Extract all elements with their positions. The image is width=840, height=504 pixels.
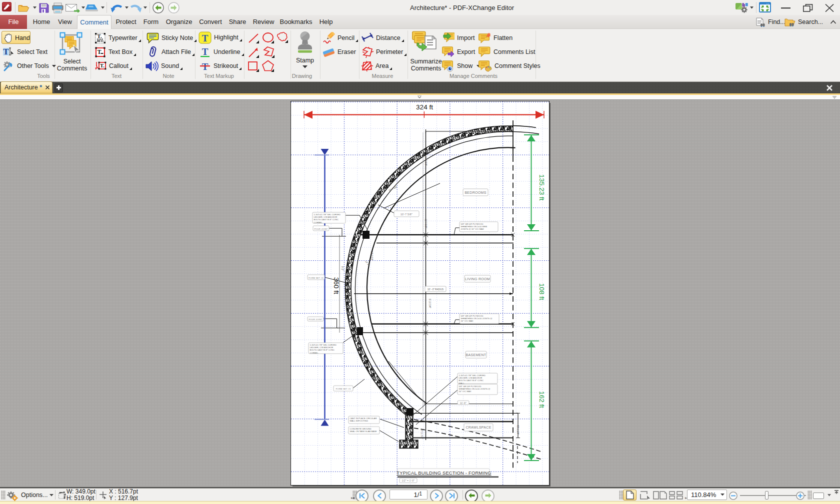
svg-text:SHEATHING ON 2x10 WEB: SHEATHING ON 2x10 WEB xyxy=(461,225,488,228)
svg-text:162 ft: 162 ft xyxy=(538,391,546,408)
svg-text:BOLTS CAST IN 8″ CONC: BOLTS CAST IN 8″ CONC xyxy=(459,379,484,382)
svg-text:BOLTS CAST IN 8″ CONC: BOLTS CAST IN 8″ CONC xyxy=(314,218,339,221)
svg-text:JOISTS @ 16″ O/C MAX: JOISTS @ 16″ O/C MAX xyxy=(461,228,484,230)
svg-text:POUR JOINT: POUR JOINT xyxy=(314,228,328,230)
svg-text:LEDGER, C/W ANCHOR: LEDGER, C/W ANCHOR xyxy=(310,346,334,349)
svg-text:CAST IN PLACE CIRCULAR: CAST IN PLACE CIRCULAR xyxy=(350,417,377,420)
svg-text:CORBEL: CORBEL xyxy=(310,352,319,354)
svg-text:5/8″ GR D/F PLYWOOD: 5/8″ GR D/F PLYWOOD xyxy=(459,385,482,388)
svg-text:T: T xyxy=(202,46,208,57)
svg-text:LEDGER, C/W ANCHOR: LEDGER, C/W ANCHOR xyxy=(459,377,482,379)
svg-text:16″ O/C MAX: 16″ O/C MAX xyxy=(461,320,474,322)
svg-text:CORBEL: CORBEL xyxy=(314,221,323,224)
svg-text:SHEATHING ON 2x10 JOISTS @: SHEATHING ON 2x10 JOISTS @ xyxy=(461,317,492,320)
svg-text:11′-6″: 11′-6″ xyxy=(460,402,466,405)
svg-text:TYPICAL BUILDING SECTION - FOR: TYPICAL BUILDING SECTION - FORMING xyxy=(396,470,491,476)
svg-text:SHEATHING ON 2x10 JOISTS @: SHEATHING ON 2x10 JOISTS @ xyxy=(459,388,490,390)
svg-text:135.23 ft: 135.23 ft xyxy=(538,174,546,201)
svg-text:8′-2″: 8′-2″ xyxy=(341,266,344,271)
svg-text:10′ - 0″ RADIUS: 10′ - 0″ RADIUS xyxy=(428,288,444,291)
svg-text:SEAL ON TANK SLAB BASE: SEAL ON TANK SLAB BASE xyxy=(350,430,377,433)
svg-text:10′-7 5/8″: 10′-7 5/8″ xyxy=(424,156,427,166)
svg-text:5/8″ GR D/F PLYWOOD: 5/8″ GR D/F PLYWOOD xyxy=(461,315,484,317)
svg-text:T.: T. xyxy=(100,63,104,68)
svg-text:BASEMENT: BASEMENT xyxy=(466,353,486,357)
svg-text:POUR JOINT: POUR JOINT xyxy=(308,318,322,321)
svg-text:CONCRETE GROUND: CONCRETE GROUND xyxy=(350,428,372,430)
svg-text:T.: T. xyxy=(97,33,102,39)
svg-text:324 ft: 324 ft xyxy=(416,103,433,111)
svg-text:LIVING ROOM: LIVING ROOM xyxy=(465,277,490,281)
svg-text:10′-11 5/8″: 10′-11 5/8″ xyxy=(420,429,423,440)
svg-text:12′-2 5/8″: 12′-2 5/8″ xyxy=(370,251,373,261)
svg-text:10′-7 5/8″: 10′-7 5/8″ xyxy=(400,213,412,216)
svg-text:T: T xyxy=(3,47,9,56)
svg-text:16″ O/C MAX: 16″ O/C MAX xyxy=(459,390,472,393)
svg-text:48′-1 1/4″: 48′-1 1/4″ xyxy=(516,425,519,435)
svg-text:360 ft: 360 ft xyxy=(332,277,340,294)
svg-text:10′-7 5/8″: 10′-7 5/8″ xyxy=(388,185,398,192)
svg-text:9′-10 3/4″: 9′-10 3/4″ xyxy=(428,299,431,308)
svg-text:CRAWLSPACE: CRAWLSPACE xyxy=(466,426,491,429)
svg-text:BEDROOMS: BEDROOMS xyxy=(464,191,486,194)
svg-text:1/2″ = 1′-0″: 1/2″ = 1′-0″ xyxy=(402,480,415,482)
svg-text:BOLTS CAST IN 8″ CONC: BOLTS CAST IN 8″ CONC xyxy=(310,349,335,351)
svg-text:T: T xyxy=(202,32,208,43)
svg-text:FORM SET #3: FORM SET #3 xyxy=(336,388,351,390)
svg-text:11′-7 3/8″: 11′-7 3/8″ xyxy=(424,219,427,228)
svg-text:1-3/4″x11 7/8″ SEL CURVED: 1-3/4″x11 7/8″ SEL CURVED xyxy=(459,374,486,377)
svg-text:1-3/4″x11 7/8″ SEL CURVED: 1-3/4″x11 7/8″ SEL CURVED xyxy=(310,344,337,346)
svg-text:108 ft: 108 ft xyxy=(538,283,546,300)
svg-text:T: T xyxy=(202,61,208,72)
svg-text:5/8″ GR D/F PLYWOOD: 5/8″ GR D/F PLYWOOD xyxy=(461,223,484,225)
svg-text:FORM SET #3: FORM SET #3 xyxy=(308,277,324,279)
svg-text:T: T xyxy=(97,48,101,55)
svg-text:LEDGER, C/W ANCHOR: LEDGER, C/W ANCHOR xyxy=(314,216,338,218)
svg-text:WALL W/FOOTING: WALL W/FOOTING xyxy=(350,420,368,422)
svg-text:1-3/4″x11 7/8″ SEL CURVED: 1-3/4″x11 7/8″ SEL CURVED xyxy=(314,213,341,216)
